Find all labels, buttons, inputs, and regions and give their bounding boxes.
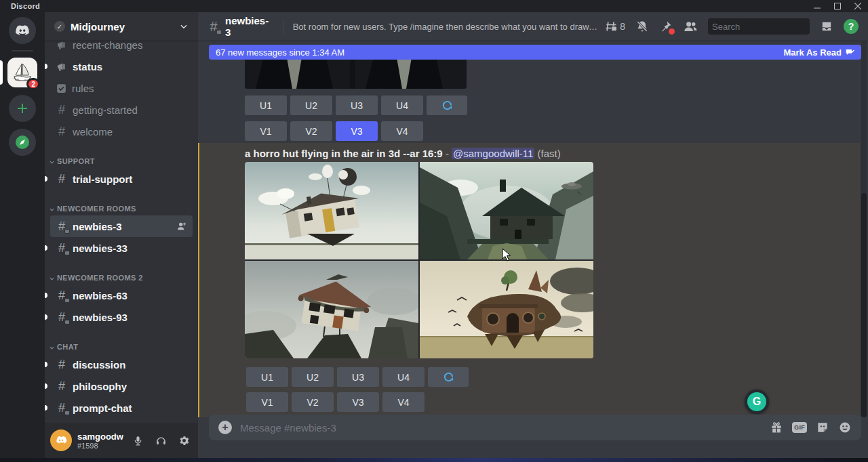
category-chat[interactable]: CHAT [45,336,198,354]
v3-button-active[interactable]: V3 [336,121,378,141]
v2-button[interactable]: V2 [292,392,334,412]
user-settings-button[interactable] [175,432,193,449]
sidebar-item-newbies-33[interactable]: # newbies-33 [50,237,193,259]
u4-button[interactable]: U4 [381,96,423,115]
u3-button[interactable]: U3 [337,367,379,387]
v1-button[interactable]: V1 [246,392,288,412]
emoji-picker-button[interactable] [838,421,852,434]
threads-button[interactable]: 8 [604,20,625,33]
maximize-button[interactable] [827,0,848,12]
prompt-text: a horro hut flying in the air in 3d --ar… [245,148,443,159]
category-newcomer-rooms[interactable]: NEWCOMER ROOMS [45,198,198,215]
mark-as-read-button[interactable]: Mark As Read [784,47,855,58]
gif-picker-button[interactable]: GIF [792,422,807,433]
unread-indicator [45,64,47,69]
variation-button-row-prev: V1 V2 V3 V4 [245,121,423,141]
member-list-button[interactable] [683,20,698,33]
category-newcomer-rooms-2[interactable]: NEWCOMER ROOMS 2 [45,267,198,285]
previous-message-image[interactable] [245,58,467,89]
generated-image-3[interactable] [245,261,418,358]
discord-home-button[interactable] [9,17,36,44]
channel-sidebar: ✓ Midjourney recent-changes status rules [45,12,198,458]
server-name: Midjourney [71,21,174,33]
user-mention[interactable]: @samgoodwill-11 [452,148,534,159]
search-input[interactable] [712,22,831,32]
new-messages-bar[interactable]: 67 new messages since 1:34 AM Mark As Re… [209,45,861,60]
hash-icon: # [56,173,68,185]
grammarly-widget[interactable]: G [745,390,769,414]
user-avatar[interactable] [50,429,72,451]
sticker-picker-button[interactable] [816,421,829,434]
notification-settings-button[interactable] [635,20,649,33]
u1-button[interactable]: U1 [246,367,288,387]
invite-people-icon[interactable] [176,221,187,232]
pinned-messages-button[interactable] [659,20,673,33]
chat-scrollbar [861,41,867,417]
channel-topic[interactable]: Bot room for new users. Type /imagine th… [293,22,599,32]
u3-button[interactable]: U3 [336,96,378,115]
scrollbar-thumb[interactable] [861,193,867,417]
sidebar-item-philosophy[interactable]: # philosophy [50,375,193,397]
midjourney-server-button[interactable]: 2 [7,58,37,87]
v1-button[interactable]: V1 [245,121,287,141]
mentioned-message: a horro hut flying in the air in 3d --ar… [198,143,860,417]
sidebar-item-getting-started[interactable]: # getting-started [50,99,193,121]
gift-button[interactable] [770,421,783,434]
message-input[interactable] [240,422,762,434]
v4-button[interactable]: V4 [381,121,423,141]
v3-button[interactable]: V3 [337,392,379,412]
sidebar-item-newbies-3[interactable]: # newbies-3 [50,215,193,237]
sidebar-item-newbies-63[interactable]: # newbies-63 [50,285,193,306]
grammarly-icon: G [747,392,766,411]
sidebar-item-rules[interactable]: rules [50,77,193,99]
minimize-button[interactable] [807,0,827,12]
u4-button[interactable]: U4 [382,367,425,387]
reroll-button[interactable] [428,367,469,387]
channel-hash-icon: # [208,20,220,33]
megaphone-icon [56,60,68,72]
new-messages-text: 67 new messages since 1:34 AM [216,47,344,58]
help-button[interactable]: ? [844,19,859,34]
inbox-button[interactable] [820,20,833,33]
sidebar-item-discussion[interactable]: # discussion [50,354,193,375]
channel-list: recent-changes status rules # getting-st… [45,41,198,423]
megaphone-icon [56,41,68,51]
sidebar-item-status[interactable]: status [50,56,193,77]
generated-image-4[interactable] [420,261,593,358]
sidebar-item-recent-changes[interactable]: recent-changes [50,41,193,56]
reroll-button[interactable] [427,96,467,115]
attach-file-button[interactable]: + [218,421,232,434]
category-support[interactable]: SUPPORT [45,150,198,168]
v4-button[interactable]: V4 [382,392,425,412]
username: samgoodw... [77,432,123,442]
user-info[interactable]: samgoodw... #1598 [77,432,123,450]
sidebar-item-prompt-chat[interactable]: # prompt-chat [50,397,193,419]
message-header: a horro hut flying in the air in 3d --ar… [245,148,561,159]
user-discriminator: #1598 [77,442,123,450]
sidebar-item-newbies-93[interactable]: # newbies-93 [50,306,193,328]
u2-button[interactable]: U2 [292,367,334,387]
generated-image-2[interactable] [420,162,593,259]
server-header[interactable]: ✓ Midjourney [45,12,198,41]
generated-image-1[interactable] [245,162,418,259]
u2-button[interactable]: U2 [290,96,332,115]
sidebar-item-welcome[interactable]: # welcome [50,121,193,142]
hash-icon: # [56,104,68,116]
close-button[interactable] [848,0,868,12]
sidebar-item-trial-support[interactable]: # trial-support [50,168,193,190]
explore-servers-button[interactable] [9,129,36,156]
chevron-down-icon [49,159,55,165]
rail-divider [12,50,33,51]
add-server-button[interactable] [9,95,36,122]
chevron-down-icon [179,22,189,31]
u1-button[interactable]: U1 [245,96,287,115]
server-mention-badge: 2 [26,78,40,90]
deafen-button[interactable] [152,432,170,449]
header-divider [283,19,283,34]
upscale-button-row: U1 U2 U3 U4 [246,367,469,387]
refresh-icon [441,100,453,111]
v2-button[interactable]: V2 [290,121,332,141]
server-rail: 2 [0,12,45,458]
hash-thread-icon: # [56,311,68,323]
mute-mic-button[interactable] [129,432,146,449]
